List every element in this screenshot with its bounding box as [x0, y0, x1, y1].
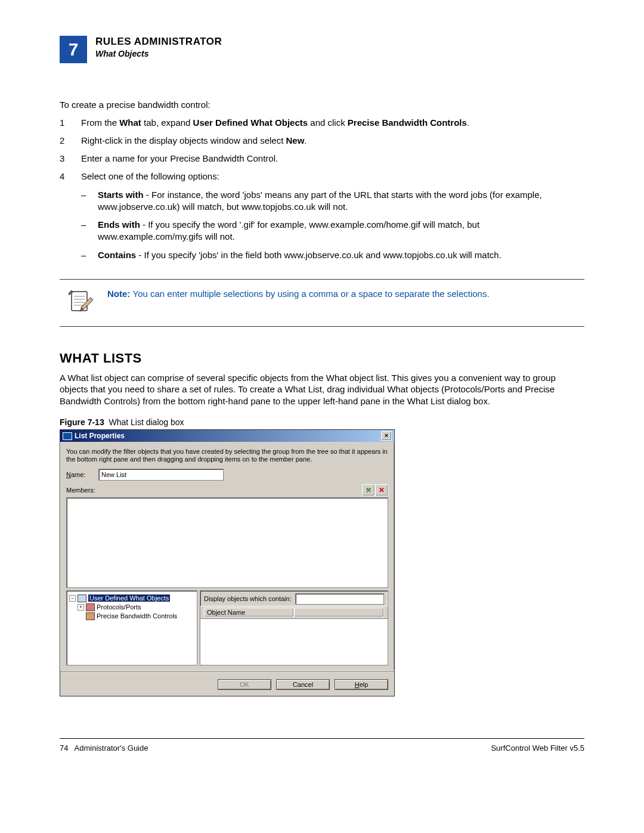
- step-number: 1: [60, 117, 70, 129]
- dialog-titlebar[interactable]: List Properties ×: [60, 430, 394, 442]
- page-header: 7 RULES ADMINISTRATOR What Objects: [60, 36, 584, 63]
- filter-input[interactable]: [295, 593, 384, 605]
- tree-item-bandwidth[interactable]: Precise Bandwidth Controls: [97, 612, 177, 620]
- chapter-number-badge: 7: [60, 36, 87, 63]
- intro-text: To create a precise bandwidth control:: [60, 99, 584, 111]
- filter-label: Display objects which contain:: [204, 595, 292, 602]
- option-text: Starts with - For instance, the word 'jo…: [98, 189, 584, 213]
- footer-right: SurfControl Web Filter v5.5: [491, 744, 584, 753]
- bullet-dash: –: [81, 249, 89, 261]
- chapter-title: RULES ADMINISTRATOR: [95, 36, 222, 48]
- bullet-dash: –: [81, 219, 89, 243]
- options-sublist: – Starts with - For instance, the word '…: [81, 189, 584, 261]
- footer-left: 74 Administrator's Guide: [60, 744, 148, 753]
- step-text: From the What tab, expand User Defined W…: [81, 117, 469, 129]
- step-text: Select one of the following options:: [81, 171, 219, 181]
- bullet-dash: –: [81, 189, 89, 213]
- steps-list: 1 From the What tab, expand User Defined…: [60, 117, 584, 267]
- step-text: Right-click in the display objects windo…: [81, 135, 307, 147]
- protocols-icon: [86, 603, 95, 611]
- column-header-object-name[interactable]: Object Name: [204, 608, 294, 617]
- section-heading: WHAT LISTS: [60, 351, 584, 366]
- page-footer: 74 Administrator's Guide SurfControl Web…: [60, 738, 584, 753]
- objects-list[interactable]: [200, 619, 388, 665]
- folder-icon: [78, 594, 86, 602]
- tree-collapse-icon[interactable]: −: [69, 595, 76, 602]
- ok-button[interactable]: OK: [218, 679, 271, 690]
- step-text: Enter a name for your Precise Bandwidth …: [81, 153, 278, 165]
- option-text: Contains - If you specify 'jobs' in the …: [98, 249, 501, 261]
- list-properties-dialog: List Properties × You can modify the fil…: [60, 429, 395, 696]
- dialog-title: List Properties: [75, 432, 125, 440]
- add-member-icon[interactable]: ⤱: [362, 484, 375, 496]
- help-button[interactable]: Help: [335, 679, 388, 690]
- note-box: Note: You can enter multiple selections …: [60, 279, 584, 327]
- option-text: Ends with - If you specify the word '.gi…: [98, 219, 584, 243]
- members-pane[interactable]: [66, 497, 388, 588]
- tree-expand-icon[interactable]: +: [78, 604, 84, 611]
- tree-item-protocols[interactable]: Protocols/Ports: [97, 603, 141, 611]
- step-number: 4: [60, 171, 70, 267]
- note-text: Note: You can enter multiple selections …: [107, 288, 490, 300]
- tree-root[interactable]: User Defined What Objects: [88, 594, 170, 602]
- name-label: Name:: [66, 471, 94, 478]
- members-label: Members:: [66, 487, 95, 494]
- remove-member-icon[interactable]: ✕: [375, 484, 388, 496]
- note-icon: [66, 288, 95, 318]
- step-number: 2: [60, 135, 70, 147]
- bandwidth-icon: [86, 612, 95, 620]
- column-header-empty[interactable]: [294, 608, 384, 617]
- name-input[interactable]: [98, 469, 224, 481]
- chapter-subtitle: What Objects: [95, 49, 222, 58]
- figure-caption: Figure 7-13 What List dialog box: [60, 417, 584, 427]
- object-tree[interactable]: − User Defined What Objects + Protocols/…: [66, 590, 197, 665]
- close-icon[interactable]: ×: [381, 431, 392, 441]
- section-body: A What list object can comprise of sever…: [60, 372, 584, 407]
- cancel-button[interactable]: Cancel: [276, 679, 330, 690]
- objects-list-pane: Display objects which contain: Object Na…: [200, 590, 388, 665]
- dialog-description: You can modify the filter objects that y…: [66, 448, 388, 463]
- dialog-title-icon: [63, 432, 72, 440]
- step-number: 3: [60, 153, 70, 165]
